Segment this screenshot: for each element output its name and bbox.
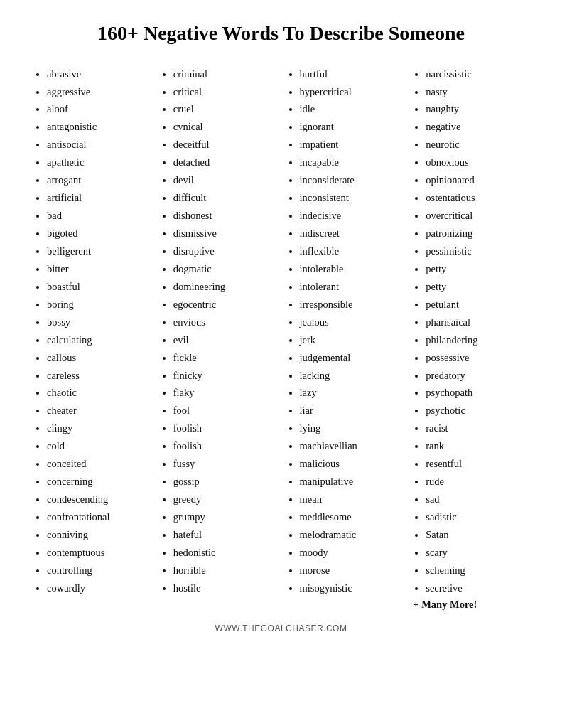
list-item: careless — [47, 367, 149, 385]
list-item: arrogant — [47, 171, 149, 189]
list-item: negative — [426, 118, 528, 136]
list-item: cheater — [47, 402, 149, 419]
list-item: impatient — [300, 136, 402, 154]
list-item: criminal — [173, 65, 276, 83]
list-item: inflexible — [300, 242, 402, 260]
list-item: deceitful — [173, 136, 276, 154]
list-item: indiscreet — [300, 225, 402, 242]
list-item: abrasive — [47, 65, 149, 83]
column-4: narcissisticnastynaughtynegativeneurotic… — [407, 65, 534, 611]
list-item: incapable — [300, 154, 402, 171]
list-item: fool — [173, 402, 276, 419]
list-item: misogynistic — [300, 579, 402, 597]
list-item: racist — [426, 419, 528, 437]
column-4-list: narcissisticnastynaughtynegativeneurotic… — [413, 65, 528, 597]
list-item: disruptive — [173, 242, 276, 260]
list-item: intolerable — [300, 260, 402, 278]
list-item: boring — [47, 296, 149, 314]
list-item: predatory — [426, 367, 528, 385]
list-item: opinionated — [426, 171, 528, 189]
list-item: dismissive — [173, 225, 276, 242]
list-item: psychopath — [426, 384, 528, 402]
list-item: sadistic — [426, 508, 528, 526]
list-item: indecisive — [300, 207, 402, 225]
list-item: cold — [47, 437, 149, 455]
list-item: ostentatious — [426, 189, 528, 207]
column-3: hurtfulhypercriticalidleignorantimpatien… — [281, 65, 408, 611]
list-item: cynical — [173, 118, 276, 136]
column-2-list: criminalcriticalcruelcynicaldeceitfuldet… — [161, 65, 276, 597]
list-item: condescending — [47, 491, 149, 508]
list-item: flaky — [173, 384, 276, 402]
list-item: machiavellian — [300, 437, 402, 455]
list-item: petty — [426, 278, 528, 296]
list-item: apathetic — [47, 154, 149, 171]
list-item: melodramatic — [300, 526, 402, 544]
list-item: lazy — [300, 384, 402, 402]
list-item: lacking — [300, 367, 402, 385]
list-item: foolish — [173, 437, 276, 455]
list-item: chaotic — [47, 384, 149, 402]
list-item: obnoxious — [426, 154, 528, 171]
list-item: idle — [300, 100, 402, 118]
list-item: naughty — [426, 100, 528, 118]
list-item: calculating — [47, 331, 149, 349]
list-item: morose — [300, 562, 402, 579]
list-item: psychotic — [426, 402, 528, 419]
list-item: difficult — [173, 189, 276, 207]
list-item: scary — [426, 544, 528, 562]
list-item: intolerant — [300, 278, 402, 296]
list-item: belligerent — [47, 242, 149, 260]
list-item: bigoted — [47, 225, 149, 242]
column-1: abrasiveaggressivealoofantagonisticantis… — [28, 65, 155, 611]
list-item: secretive — [426, 579, 528, 597]
list-item: cowardly — [47, 579, 149, 597]
list-item: concerning — [47, 473, 149, 491]
list-item: petty — [426, 260, 528, 278]
list-item: hypercritical — [300, 83, 402, 101]
list-item: cruel — [173, 100, 276, 118]
column-1-list: abrasiveaggressivealoofantagonisticantis… — [34, 65, 149, 597]
list-item: patronizing — [426, 225, 528, 242]
list-item: devil — [173, 171, 276, 189]
list-item: boastful — [47, 278, 149, 296]
list-item: rank — [426, 437, 528, 455]
list-item: moody — [300, 544, 402, 562]
list-item: pharisaical — [426, 314, 528, 331]
list-item: antagonistic — [47, 118, 149, 136]
list-item: antisocial — [47, 136, 149, 154]
list-item: lying — [300, 419, 402, 437]
list-item: fussy — [173, 455, 276, 473]
list-item: envious — [173, 314, 276, 331]
list-item: evil — [173, 331, 276, 349]
list-item: neurotic — [426, 136, 528, 154]
list-item: bossy — [47, 314, 149, 331]
list-item: hedonistic — [173, 544, 276, 562]
list-item: ignorant — [300, 118, 402, 136]
list-item: fickle — [173, 349, 276, 367]
list-item: aggressive — [47, 83, 149, 101]
list-item: philandering — [426, 331, 528, 349]
list-item: scheming — [426, 562, 528, 579]
list-item: sad — [426, 491, 528, 508]
list-item: controlling — [47, 562, 149, 579]
list-item: greedy — [173, 491, 276, 508]
list-item: jerk — [300, 331, 402, 349]
list-item: clingy — [47, 419, 149, 437]
list-item: mean — [300, 491, 402, 508]
more-label: + Many More! — [413, 599, 528, 611]
list-item: gossip — [173, 473, 276, 491]
list-item: Satan — [426, 526, 528, 544]
list-item: egocentric — [173, 296, 276, 314]
list-item: callous — [47, 349, 149, 367]
list-item: manipulative — [300, 473, 402, 491]
list-item: petulant — [426, 296, 528, 314]
column-2: criminalcriticalcruelcynicaldeceitfuldet… — [155, 65, 281, 611]
list-item: hurtful — [300, 65, 402, 83]
list-item: conceited — [47, 455, 149, 473]
list-item: inconsistent — [300, 189, 402, 207]
list-item: liar — [300, 402, 402, 419]
list-item: bad — [47, 207, 149, 225]
list-item: pessimistic — [426, 242, 528, 260]
list-item: artificial — [47, 189, 149, 207]
